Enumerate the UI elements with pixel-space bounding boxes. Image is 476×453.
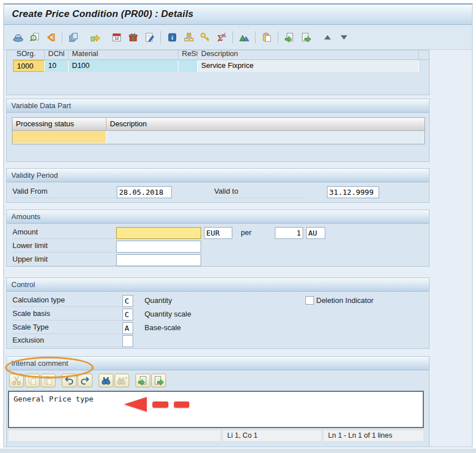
amounts-section: Amounts Amount EUR per 1 AU Lower limit … [6, 210, 430, 267]
statusbar-spacer [8, 430, 221, 442]
exclusion-label: Exclusion [12, 336, 122, 347]
export-page-button[interactable] [151, 374, 166, 387]
internal-comment-section: Internal comment + General Price type Li… [6, 356, 430, 447]
undo-button[interactable] [62, 374, 76, 387]
key-table-header: SOrg. DChl Material ReSt Description [13, 50, 429, 60]
window-titlebar: Create Price Condition (PR00) : Details [4, 5, 472, 25]
vd-description-cell[interactable] [107, 131, 424, 143]
scale-basis-input[interactable]: C [122, 309, 133, 320]
column-header-sorg: SOrg. [13, 50, 45, 60]
find-next-button[interactable]: + [114, 374, 129, 387]
hat-button[interactable] [10, 29, 26, 45]
export-page-icon [153, 375, 164, 386]
redo-button[interactable] [78, 374, 92, 387]
gift-button[interactable] [125, 29, 141, 45]
amount-label: Amount [12, 228, 116, 239]
per-value-input[interactable]: 1 [275, 227, 303, 239]
redo-icon [79, 375, 91, 386]
key-button[interactable] [197, 29, 212, 45]
calendar-icon: 12 [111, 32, 122, 43]
org-chart-icon [183, 32, 194, 43]
calculation-type-input[interactable]: C [122, 295, 133, 307]
section-title-validity: Validity Period [7, 169, 429, 182]
paste-icon [261, 32, 273, 43]
description-cell[interactable]: Service Fixprice [198, 60, 419, 72]
dchl-cell[interactable]: 10 [45, 60, 69, 72]
lower-limit-input[interactable] [116, 241, 201, 253]
line-count-status: Ln 1 - Ln 1 of 1 lines [323, 430, 424, 442]
down-arrow-button[interactable] [336, 29, 351, 45]
cut-icon [11, 375, 22, 386]
valid-to-input[interactable]: 31.12.9999 [327, 186, 379, 198]
column-header-vd-description: Description [107, 118, 424, 130]
import-page-button[interactable] [135, 374, 150, 387]
control-section: Control Calculation type C Quantity Dele… [6, 277, 430, 349]
focus-corner [116, 236, 119, 239]
paste-clip-icon [42, 375, 54, 386]
toolbar-separator [278, 31, 278, 44]
focus-corner [198, 227, 201, 230]
valid-from-input[interactable]: 28.05.2018 [117, 186, 172, 198]
column-header-rest: ReSt [178, 50, 198, 60]
layers-icon [68, 32, 79, 43]
amount-input[interactable] [116, 227, 201, 239]
scale-type-input[interactable]: A [122, 322, 133, 334]
toolbar-separator [232, 31, 233, 44]
up-arrow-button[interactable] [320, 29, 335, 45]
cut-button[interactable] [9, 374, 24, 387]
find-button[interactable] [99, 374, 113, 387]
toolbar-separator [62, 31, 62, 44]
upper-limit-input[interactable] [116, 254, 201, 266]
paste-clip-button[interactable] [41, 374, 56, 387]
paste-button[interactable] [259, 29, 274, 45]
page-bottom-strip [0, 448, 476, 453]
section-title-control: Control [7, 278, 429, 292]
scale-type-label: Scale Type [12, 323, 122, 334]
section-title-amounts: Amounts [7, 210, 429, 224]
key-fields-section: SOrg. DChl Material ReSt Description 100… [6, 50, 430, 95]
svg-text:+: + [125, 375, 128, 381]
info-button[interactable]: i [164, 29, 180, 45]
column-header-description: Description [198, 50, 419, 60]
copy-button[interactable] [25, 374, 40, 387]
sap-window: Create Price Condition (PR00) : Details … [3, 3, 473, 447]
valid-to-label: Valid to [214, 187, 305, 198]
back-icon [45, 32, 57, 43]
rest-cell[interactable] [178, 60, 198, 72]
sorg-cell[interactable]: 1000 [13, 60, 45, 72]
currency-input[interactable]: EUR [204, 227, 232, 239]
export-page-button[interactable] [298, 29, 313, 45]
variable-data-table: Processing status Description [12, 117, 425, 144]
hat-icon [12, 32, 24, 43]
layers-button[interactable] [66, 29, 81, 45]
deletion-indicator-label: Deletion Indicator [316, 296, 373, 305]
svg-text:i: i [171, 34, 173, 41]
variable-data-table-header: Processing status Description [12, 118, 424, 131]
svg-text:12: 12 [114, 36, 119, 40]
editor-toolbar: + [9, 373, 167, 388]
unit-input[interactable]: AU [306, 227, 325, 239]
goto-button[interactable] [87, 29, 103, 45]
undo-icon [63, 375, 75, 386]
valid-from-label: Valid From [12, 187, 116, 198]
variable-data-row [12, 131, 424, 144]
back-button[interactable] [43, 29, 58, 45]
sum-percent-button[interactable]: Σ% [214, 29, 229, 45]
deletion-indicator-checkbox[interactable] [305, 296, 314, 305]
exclusion-input[interactable] [122, 335, 133, 347]
material-cell[interactable]: D100 [69, 60, 178, 72]
processing-status-cell[interactable] [12, 131, 107, 143]
mountains-button[interactable] [236, 29, 252, 45]
up-arrow-icon [322, 32, 333, 43]
column-header-processing-status: Processing status [12, 118, 107, 130]
org-chart-button[interactable] [181, 29, 196, 45]
upper-limit-label: Upper limit [12, 255, 116, 266]
edit-note-button[interactable] [142, 29, 157, 45]
comment-textarea[interactable]: General Price type [8, 391, 424, 428]
calendar-button[interactable]: 12 [109, 29, 124, 45]
import-page-button[interactable] [282, 29, 297, 45]
down-arrow-icon [338, 32, 350, 43]
search-doc-button[interactable] [27, 29, 42, 45]
find-icon [100, 375, 112, 386]
key-table-row: 1000 10 D100 Service Fixprice [13, 60, 429, 72]
